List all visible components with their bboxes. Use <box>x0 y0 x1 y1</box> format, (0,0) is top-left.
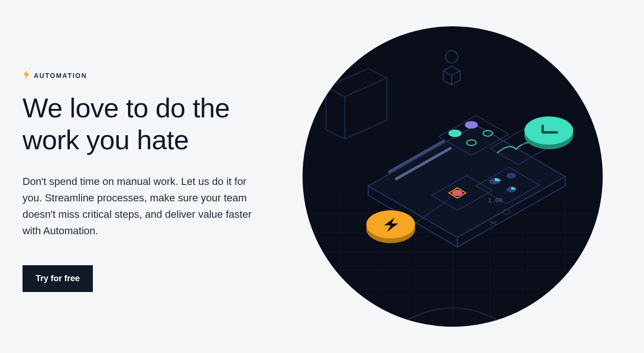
svg-point-14 <box>465 121 478 129</box>
hero-text-block: AUTOMATION We love to do the work you ha… <box>23 70 266 292</box>
lightning-icon <box>23 70 30 81</box>
hero-section: AUTOMATION We love to do the work you ha… <box>0 0 644 353</box>
hero-body-text: Don't spend time on manual work. Let us … <box>23 173 266 239</box>
svg-point-21 <box>507 173 516 178</box>
svg-point-19 <box>452 190 462 196</box>
hero-illustration: 1.00 <box>303 26 603 327</box>
svg-point-13 <box>448 130 462 137</box>
svg-point-12 <box>446 51 458 63</box>
svg-point-28 <box>524 116 573 145</box>
eyebrow-label: AUTOMATION <box>34 72 87 79</box>
clock-icon <box>518 116 573 150</box>
try-free-button[interactable]: Try for free <box>23 265 93 292</box>
cube-icon <box>443 51 460 85</box>
value-label: 1.00 <box>488 197 502 204</box>
page-heading: We love to do the work you hate <box>23 92 266 156</box>
eyebrow: AUTOMATION <box>23 70 266 81</box>
